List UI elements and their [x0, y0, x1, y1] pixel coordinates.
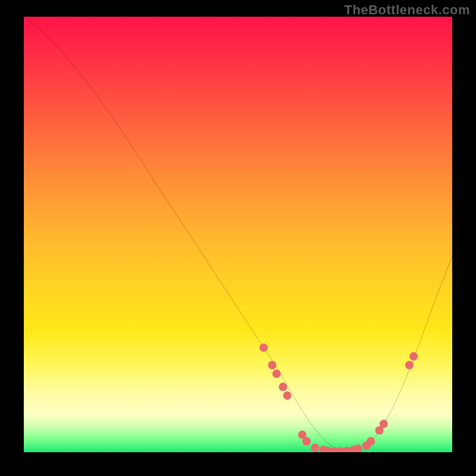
marker-dot — [367, 437, 375, 446]
marker-dot — [279, 383, 287, 391]
bottleneck-curve — [24, 17, 452, 451]
marker-dot — [273, 369, 281, 378]
chart-frame: TheBottleneck.com — [0, 0, 476, 476]
marker-dot — [283, 392, 292, 400]
marker-dot — [380, 419, 388, 428]
marker-dot — [311, 444, 320, 452]
marker-dot — [302, 437, 311, 446]
plot-svg — [24, 17, 452, 452]
marker-dot — [409, 352, 418, 361]
marker-dot — [354, 444, 362, 452]
watermark-text: TheBottleneck.com — [345, 2, 470, 18]
marker-dot — [259, 343, 268, 352]
marker-dot — [268, 361, 277, 369]
marker-dot — [405, 361, 414, 369]
marker-group — [259, 343, 418, 452]
plot-area — [24, 17, 452, 452]
